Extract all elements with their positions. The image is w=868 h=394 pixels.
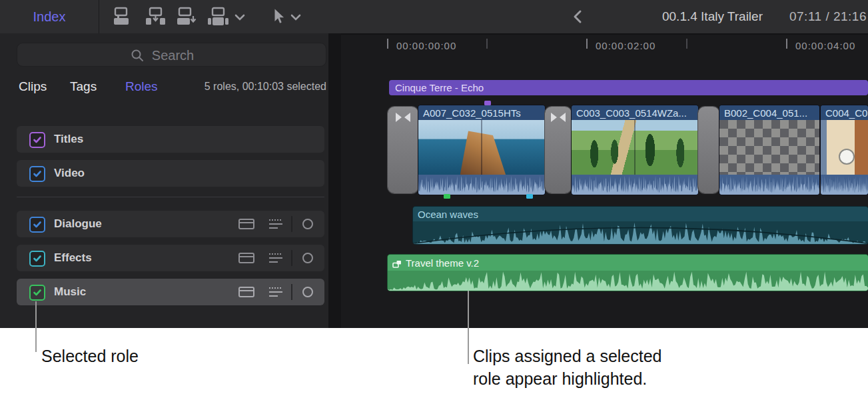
clip-audio-waveform <box>413 221 868 244</box>
tab-roles[interactable]: Roles <box>125 75 158 99</box>
transition-bowtie-icon <box>550 112 566 123</box>
role-label-dialogue: Dialogue <box>54 211 102 237</box>
clip-audio-waveform <box>388 271 868 291</box>
insert-clip-icon[interactable] <box>144 7 168 27</box>
audio-focus-icon[interactable] <box>267 286 284 298</box>
audio-clip-ocean-waves[interactable]: Ocean waves <box>413 207 868 244</box>
role-row-titles[interactable]: Titles <box>17 126 324 153</box>
solo-role-icon[interactable] <box>299 252 316 264</box>
clip-name: B002_C004_051... <box>719 105 819 120</box>
clock-tower-graphic <box>839 149 855 165</box>
index-tabs: Clips Tags Roles 5 roles, 00:10:03 selec… <box>0 75 328 99</box>
toolbar: Index 00. <box>0 0 868 35</box>
purple-marker[interactable] <box>484 101 491 105</box>
storyline-title-bar[interactable]: Cinque Terre - Echo <box>389 80 868 95</box>
audio-focus-icon[interactable] <box>267 252 284 264</box>
callout-text-selected-role: Selected role <box>41 345 139 367</box>
solo-role-icon[interactable] <box>299 218 316 230</box>
audio-focus-icon[interactable] <box>267 218 284 230</box>
role-row-music[interactable]: Music <box>17 279 324 305</box>
clip-name: C003_C003_0514WZa... <box>572 105 698 120</box>
ruler-tick-mid <box>486 39 488 49</box>
ruler-tick-mid <box>686 39 687 49</box>
ruler-label: 00:00:00:00 <box>396 40 456 51</box>
dialogue-checkbox[interactable] <box>29 217 45 233</box>
role-label-effects: Effects <box>54 245 92 271</box>
video-checkbox[interactable] <box>29 166 45 182</box>
back-chevron-icon[interactable] <box>572 9 584 24</box>
overwrite-clip-icon[interactable] <box>207 7 230 27</box>
tool-chevron-down-icon[interactable] <box>290 12 301 20</box>
index-button[interactable]: Index <box>0 0 99 33</box>
solo-role-icon[interactable] <box>299 286 316 298</box>
append-clip-icon[interactable] <box>175 7 199 27</box>
clip-audio-waveform <box>821 175 868 195</box>
callout-line-highlighted-clips <box>468 291 469 364</box>
tab-tags[interactable]: Tags <box>70 75 97 99</box>
role-label-music: Music <box>54 279 86 305</box>
clip-audio-waveform <box>572 175 698 195</box>
video-clip-c004[interactable]: C004_C0... <box>821 105 868 195</box>
titles-checkbox[interactable] <box>29 132 45 148</box>
role-row-dialogue[interactable]: Dialogue <box>17 211 324 237</box>
screenshot-root: Index 00. <box>0 0 868 394</box>
ruler-tick <box>586 39 588 49</box>
ruler-label: 00:00:02:00 <box>596 40 655 51</box>
ruler-label: 00:00:04:00 <box>795 40 855 51</box>
fade-envelope[interactable] <box>413 221 868 244</box>
clip-thumbnail <box>572 120 698 175</box>
show-audio-lanes-icon[interactable] <box>238 286 255 298</box>
show-audio-lanes-icon[interactable] <box>238 218 255 230</box>
clip-audio-waveform <box>418 175 545 195</box>
role-label-video: Video <box>54 160 85 187</box>
cross-dissolve-transition[interactable] <box>545 107 572 193</box>
clip-thumbnail <box>719 120 819 175</box>
role-row-effects[interactable]: Effects <box>17 245 324 271</box>
cross-dissolve-transition[interactable] <box>388 107 418 193</box>
transition-bowtie-icon <box>395 112 411 123</box>
project-title: 00.1.4 Italy Trailer <box>620 0 763 33</box>
timeline-index-sidebar: Clips Tags Roles 5 roles, 00:10:03 selec… <box>0 33 328 328</box>
tab-clips[interactable]: Clips <box>19 75 47 99</box>
select-tool-arrow-icon[interactable] <box>269 7 286 27</box>
clip-name: Ocean waves <box>413 207 868 221</box>
cross-dissolve-transition[interactable] <box>698 107 719 193</box>
icon-separator <box>291 216 292 232</box>
audio-clip-travel-theme[interactable]: Travel theme v.2 <box>388 255 868 291</box>
video-clip-a007[interactable]: A007_C032_0515HTs <box>418 105 545 195</box>
clip-name: Travel theme v.2 <box>388 255 868 271</box>
clip-name: A007_C032_0515HTs <box>418 105 545 120</box>
final-cut-pro-window: Index 00. <box>0 0 868 328</box>
role-row-video[interactable]: Video <box>17 160 324 187</box>
icon-separator <box>291 284 292 300</box>
connect-clip-icon[interactable] <box>112 7 136 27</box>
roles-group-divider <box>17 197 324 197</box>
icon-separator <box>291 250 292 266</box>
clip-audio-waveform <box>719 175 819 195</box>
callout-text-highlighted-clips: Clips assigned a selected role appear hi… <box>473 345 662 390</box>
clip-thumbnail <box>418 120 545 175</box>
green-keyword-marker[interactable] <box>444 194 450 199</box>
chevron-down-icon[interactable] <box>234 12 245 20</box>
connected-clip-icon <box>392 259 402 267</box>
panel-divider[interactable] <box>328 33 341 328</box>
search-input[interactable] <box>17 43 328 67</box>
video-clip-b002[interactable]: B002_C004_051... <box>719 105 819 195</box>
search-field <box>17 43 326 67</box>
effects-checkbox[interactable] <box>29 251 45 267</box>
clip-thumbnail <box>821 120 868 175</box>
cyan-keyword-marker[interactable] <box>526 194 533 199</box>
video-clip-c003[interactable]: C003_C003_0514WZa... <box>572 105 698 195</box>
callout-line-selected-role <box>35 301 37 352</box>
roles-summary: 5 roles, 00:10:03 selected <box>205 75 326 99</box>
clip-name: C004_C0... <box>821 105 868 120</box>
ruler-tick <box>387 39 388 49</box>
ruler-tick <box>786 39 787 49</box>
show-audio-lanes-icon[interactable] <box>238 252 255 264</box>
time-display: 07:11 / 21:16 <box>789 0 867 33</box>
role-label-titles: Titles <box>54 126 83 153</box>
music-checkbox[interactable] <box>29 285 45 301</box>
